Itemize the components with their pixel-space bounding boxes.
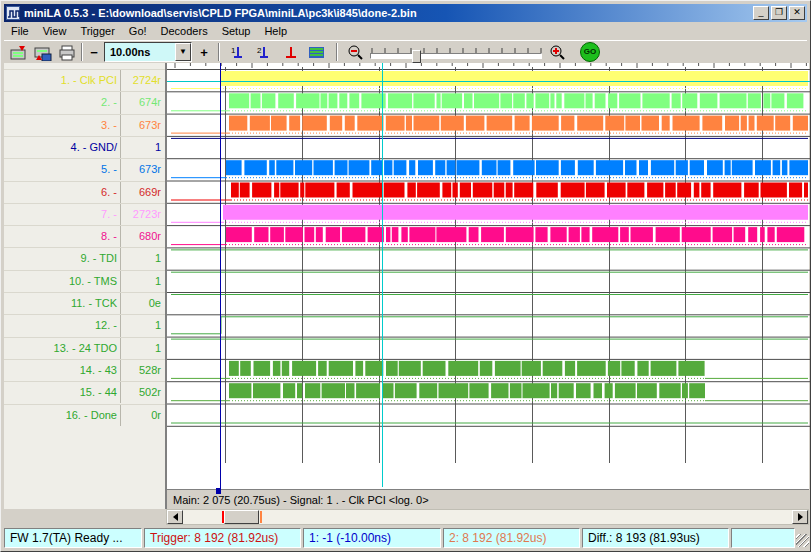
timebase-increase-button[interactable]: + — [196, 42, 212, 63]
signal-name: 13. - 24 TDO — [4, 338, 120, 359]
menu-file[interactable]: File — [4, 23, 36, 39]
status-empty — [731, 528, 795, 548]
status-firmware: FW 1.7(TA) Ready ... — [4, 528, 142, 548]
menu-setup[interactable]: Setup — [215, 23, 258, 39]
signal-value: 528r — [120, 360, 166, 381]
status-trigger: Trigger: 8 192 (81.92us) — [144, 528, 301, 548]
cursor2-button[interactable]: 2 — [252, 42, 274, 63]
signal-name: 14. - 43 — [4, 360, 120, 381]
signal-name: 7. - — [4, 204, 120, 225]
signal-name: 5. - — [4, 159, 120, 180]
chevron-down-icon[interactable]: ▼ — [175, 43, 191, 61]
zoom-in-button[interactable] — [546, 42, 568, 63]
signal-row-14[interactable]: 14. - 43528r — [4, 359, 166, 381]
cursor1-button[interactable]: 1 — [226, 42, 248, 63]
arrow-right-icon — [798, 513, 807, 521]
app-icon — [6, 6, 20, 20]
status-cursor2: 2: 8 192 (81.92us) — [443, 528, 580, 548]
menu-help[interactable]: Help — [257, 23, 294, 39]
signal-name: 4. - GND/ — [4, 137, 120, 158]
window-title: miniLA 0.5.3 - E:\download\servis\CPLD F… — [24, 7, 751, 19]
signal-row-1[interactable]: 1. - Clk PCI2724r — [4, 69, 166, 91]
signal-row-7[interactable]: 7. -2723r — [4, 203, 166, 225]
signal-row-16[interactable]: 16. - Done0r — [4, 404, 166, 426]
signal-name: 11. - TCK — [4, 293, 120, 314]
signal-name: 8. - — [4, 226, 120, 247]
menu-go[interactable]: Go! — [122, 23, 154, 39]
signal-row-11[interactable]: 11. - TCK0e — [4, 292, 166, 314]
signal-name: 9. - TDI — [4, 248, 120, 269]
signal-value: 1 — [120, 338, 166, 359]
decoders-button[interactable] — [306, 42, 328, 63]
signal-name: 2. - — [4, 92, 120, 113]
signal-value: 1 — [120, 248, 166, 269]
signal-row-4[interactable]: 4. - GND/1 — [4, 136, 166, 158]
maximize-button[interactable]: ❐ — [771, 6, 787, 20]
signal-value: 680r — [120, 226, 166, 247]
signal-value: 673r — [120, 115, 166, 136]
scroll-left-button[interactable] — [167, 510, 183, 524]
timebase-value: 10.00ns — [105, 43, 175, 61]
signal-name: 15. - 44 — [4, 382, 120, 403]
signal-row-12[interactable]: 12. -1 — [4, 314, 166, 336]
info-bar: Main: 2 075 (20.75us) - Signal: 1 . - Cl… — [166, 489, 809, 509]
toolbar-separator — [336, 43, 338, 61]
menu-bar: FileViewTriggerGo!DecodersSetupHelp — [4, 22, 807, 40]
signal-value: 1 — [120, 137, 166, 158]
signal-name: 16. - Done — [4, 405, 120, 426]
waveform-canvas[interactable] — [166, 63, 809, 489]
signal-row-9[interactable]: 9. - TDI1 — [4, 247, 166, 269]
signal-row-15[interactable]: 15. - 44502r — [4, 381, 166, 403]
signal-name: 3. - — [4, 115, 120, 136]
toolbar: − 10.00ns ▼ + 1 2 GO — [4, 40, 807, 63]
signal-name: 6. - — [4, 182, 120, 203]
status-bar: FW 1.7(TA) Ready ... Trigger: 8 192 (81.… — [4, 528, 809, 549]
toolbar-separator — [218, 43, 220, 61]
signal-label-panel: 1. - Clk PCI2724r2. -674r3. -673r4. - GN… — [4, 63, 166, 509]
signal-row-6[interactable]: 6. -669r — [4, 181, 166, 203]
go-button[interactable]: GO — [580, 42, 600, 62]
load-data-button[interactable] — [8, 42, 30, 63]
signal-row-2[interactable]: 2. -674r — [4, 91, 166, 113]
app-window: miniLA 0.5.3 - E:\download\servis\CPLD F… — [0, 0, 811, 552]
scroll-right-button[interactable] — [792, 510, 808, 524]
signal-value: 502r — [120, 382, 166, 403]
signal-value: 2723r — [120, 204, 166, 225]
save-data-button[interactable] — [32, 42, 54, 63]
signal-row-8[interactable]: 8. -680r — [4, 225, 166, 247]
signal-value: 674r — [120, 92, 166, 113]
arrow-left-icon — [169, 513, 178, 521]
horizontal-scrollbar[interactable] — [166, 509, 809, 525]
signal-value: 0e — [120, 293, 166, 314]
slider-thumb[interactable] — [412, 50, 421, 63]
status-cursor1: 1: -1 (-10.00ns) — [303, 528, 441, 548]
menu-decoders[interactable]: Decoders — [154, 23, 215, 39]
timebase-combobox[interactable]: 10.00ns ▼ — [104, 42, 192, 62]
cursor1-flag-icon — [216, 488, 221, 494]
signal-row-10[interactable]: 10. - TMS1 — [4, 270, 166, 292]
signal-row-3[interactable]: 3. -673r — [4, 114, 166, 136]
close-button[interactable]: ✕ — [789, 6, 805, 20]
minimize-button[interactable]: _ — [753, 6, 769, 20]
svg-text:1: 1 — [231, 46, 236, 55]
scrollbar-thumb[interactable] — [224, 510, 259, 524]
signal-value: 1 — [120, 315, 166, 336]
signal-row-5[interactable]: 5. -673r — [4, 158, 166, 180]
resize-grip[interactable] — [796, 534, 809, 547]
trigger-mark-button[interactable] — [280, 42, 302, 63]
zoom-slider[interactable] — [370, 41, 542, 64]
signal-row-13[interactable]: 13. - 24 TDO1 — [4, 337, 166, 359]
print-button[interactable] — [56, 42, 78, 63]
slider-track[interactable] — [370, 53, 542, 59]
menu-trigger[interactable]: Trigger — [73, 23, 121, 39]
timebase-decrease-button[interactable]: − — [86, 42, 102, 63]
signal-name: 10. - TMS — [4, 271, 120, 292]
status-diff: Diff.: 8 193 (81.93us) — [582, 528, 729, 548]
waveform-svg — [167, 63, 810, 489]
menu-view[interactable]: View — [36, 23, 74, 39]
scrollbar-cursor-marker — [260, 511, 262, 523]
title-bar: miniLA 0.5.3 - E:\download\servis\CPLD F… — [4, 4, 807, 22]
zoom-out-button[interactable] — [344, 42, 366, 63]
signal-value: 673r — [120, 159, 166, 180]
signal-name: 1. - Clk PCI — [4, 70, 120, 91]
